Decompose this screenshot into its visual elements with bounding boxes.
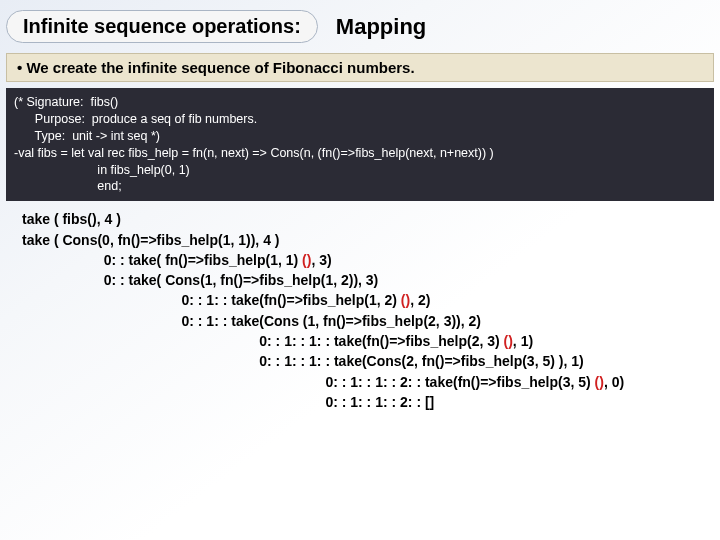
trace-l5b: () xyxy=(401,292,410,308)
trace-l5c: , 2) xyxy=(410,292,430,308)
trace-l9c: , 0) xyxy=(604,374,624,390)
code-block: (* Signature: fibs() Purpose: produce a … xyxy=(6,88,714,201)
trace-l7c: , 1) xyxy=(513,333,533,349)
trace-l6: 0: : 1: : take(Cons (1, fn()=>fibs_help(… xyxy=(22,313,481,329)
code-line-1: (* Signature: fibs() xyxy=(14,95,118,109)
code-line-5: in fibs_help(0, 1) xyxy=(14,163,190,177)
title-bubble: Infinite sequence operations: xyxy=(6,10,318,43)
code-line-3: Type: unit -> int seq *) xyxy=(14,129,160,143)
trace-block: take ( fibs(), 4 ) take ( Cons(0, fn()=>… xyxy=(22,209,710,412)
trace-l4: 0: : take( Cons(1, fn()=>fibs_help(1, 2)… xyxy=(22,272,378,288)
trace-l7b: () xyxy=(504,333,513,349)
trace-l3a: 0: : take( fn()=>fibs_help(1, 1) xyxy=(22,252,302,268)
trace-l2: take ( Cons(0, fn()=>fibs_help(1, 1)), 4… xyxy=(22,232,280,248)
trace-l7a: 0: : 1: : 1: : take(fn()=>fibs_help(2, 3… xyxy=(22,333,504,349)
trace-l8: 0: : 1: : 1: : take(Cons(2, fn()=>fibs_h… xyxy=(22,353,584,369)
trace-l9a: 0: : 1: : 1: : 2: : take(fn()=>fibs_help… xyxy=(22,374,595,390)
code-line-2: Purpose: produce a seq of fib numbers. xyxy=(14,112,257,126)
trace-l3b: () xyxy=(302,252,311,268)
bullet-text: • We create the infinite sequence of Fib… xyxy=(17,59,415,76)
trace-l5a: 0: : 1: : take(fn()=>fibs_help(1, 2) xyxy=(22,292,401,308)
code-line-6: end; xyxy=(14,179,122,193)
trace-l10: 0: : 1: : 1: : 2: : [] xyxy=(22,394,434,410)
trace-l1: take ( fibs(), 4 ) xyxy=(22,211,121,227)
title-right-text: Mapping xyxy=(336,14,426,40)
code-line-4: -val fibs = let val rec fibs_help = fn(n… xyxy=(14,146,494,160)
trace-l3c: , 3) xyxy=(311,252,331,268)
trace-l9b: () xyxy=(595,374,604,390)
slide-header: Infinite sequence operations: Mapping xyxy=(0,0,720,49)
bullet-bar: • We create the infinite sequence of Fib… xyxy=(6,53,714,82)
title-left-text: Infinite sequence operations: xyxy=(23,15,301,37)
